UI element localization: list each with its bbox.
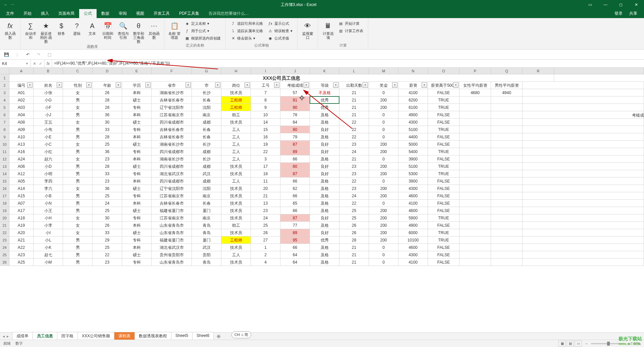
cell[interactable]: 技术员	[221, 229, 251, 236]
sheet-tab[interactable]: 田字格	[57, 332, 78, 341]
cell[interactable]: 77	[280, 222, 310, 229]
cell[interactable]: 成都	[192, 148, 221, 155]
cell[interactable]: 硕士	[122, 141, 152, 148]
cell[interactable]: A04	[9, 111, 34, 118]
cell[interactable]: 及格	[310, 155, 339, 162]
cell[interactable]: 男	[63, 236, 93, 244]
column-filter-header[interactable]: 薪资▾	[398, 82, 428, 89]
cell[interactable]: 良好	[310, 141, 339, 148]
cell[interactable]: 湖北省武汉市	[152, 170, 192, 177]
cell[interactable]: 25	[93, 244, 122, 251]
login-link[interactable]: 登录	[611, 9, 626, 18]
fx-icon[interactable]: fx	[45, 60, 52, 67]
column-filter-header[interactable]: 学历▾	[122, 82, 152, 89]
cell[interactable]: 李六	[34, 185, 63, 192]
cell[interactable]: 良好	[310, 170, 339, 177]
filter-button[interactable]: ▾	[145, 82, 151, 88]
sheet-tab[interactable]: 数据透视表教程	[135, 332, 171, 341]
cell[interactable]: 21	[339, 104, 369, 111]
cell[interactable]: 26	[339, 222, 369, 229]
cell[interactable]: 硕士	[122, 251, 152, 258]
cell[interactable]: 小B	[34, 192, 63, 199]
cell[interactable]: 64	[280, 119, 310, 126]
row-header[interactable]: 20	[0, 214, 9, 221]
cell[interactable]: 21	[339, 155, 369, 162]
column-filter-header[interactable]: 市▾	[192, 82, 221, 89]
cell[interactable]: 小K	[34, 244, 63, 251]
cell[interactable]: 成都	[192, 178, 221, 185]
cell[interactable]: 吉林省长春市	[152, 200, 192, 207]
column-filter-header[interactable]: 岗位▾	[221, 82, 251, 89]
cell[interactable]: FALSE	[428, 244, 460, 251]
cell[interactable]: 江苏省南京市	[152, 214, 192, 221]
cell[interactable]: 厦门	[192, 207, 221, 214]
cell[interactable]: 专科	[122, 192, 152, 199]
cell[interactable]: A03	[9, 104, 34, 111]
cell[interactable]: 6000	[398, 229, 428, 236]
cell[interactable]: 4900	[398, 222, 428, 229]
cell[interactable]: 男	[63, 111, 93, 118]
cell[interactable]: 助工	[221, 111, 251, 118]
cell[interactable]: TRUE	[428, 214, 460, 221]
cell[interactable]: A13	[9, 141, 34, 148]
cell[interactable]: 不及格	[310, 89, 339, 96]
cell[interactable]: 4680	[460, 89, 491, 96]
financial-button[interactable]: $财务	[54, 19, 69, 36]
cell[interactable]: 小韦	[34, 126, 63, 133]
cell[interactable]: 小F	[34, 104, 63, 111]
cell[interactable]: 33	[93, 170, 122, 177]
cell[interactable]: 0	[369, 244, 398, 251]
cell[interactable]: 及格	[310, 207, 339, 214]
cell[interactable]: 良好	[310, 148, 339, 155]
text-button[interactable]: A文本	[85, 19, 100, 36]
cell[interactable]: 青岛	[192, 229, 221, 236]
column-header[interactable]: J	[280, 68, 310, 74]
cell[interactable]: A23	[9, 251, 34, 258]
cell[interactable]: 36	[93, 185, 122, 192]
column-filter-header[interactable]: 考核成绩▾	[280, 82, 310, 89]
cell[interactable]: 及格	[310, 111, 339, 118]
cell[interactable]: 男	[63, 148, 93, 155]
ribbon-tab[interactable]: 公式	[79, 9, 97, 18]
cell[interactable]: 专科	[122, 170, 152, 177]
cell[interactable]: 27	[251, 236, 280, 244]
cell[interactable]: 男	[63, 207, 93, 214]
column-filter-header[interactable]: 薪资高于5000▾	[428, 82, 460, 89]
filter-button[interactable]: ▾	[57, 82, 62, 88]
cell[interactable]: 14	[251, 119, 280, 126]
column-filter-header[interactable]: 奖金▾	[369, 82, 398, 89]
cell[interactable]: 200	[369, 192, 398, 199]
cell[interactable]: A22	[9, 244, 34, 251]
recent-button[interactable]: ★最近使用的 函数	[39, 19, 53, 44]
cell[interactable]: 工人	[221, 126, 251, 133]
cell[interactable]: 成都	[192, 119, 221, 126]
cell[interactable]: 湖南省长沙市	[152, 155, 192, 162]
cell[interactable]: FALSE	[428, 192, 460, 199]
cell[interactable]: 23	[339, 141, 369, 148]
cell[interactable]: FALSE	[428, 133, 460, 140]
sheet-nav-first-icon[interactable]: ◂	[3, 334, 5, 339]
cell[interactable]: 男	[63, 200, 93, 207]
cell[interactable]: 200	[369, 148, 398, 155]
ribbon-tab[interactable]: 数据	[97, 9, 114, 18]
cell[interactable]: 女	[63, 104, 93, 111]
name-box[interactable]: K4 ▼	[0, 60, 31, 67]
cell[interactable]: 及格	[310, 200, 339, 207]
column-header[interactable]: M	[369, 68, 398, 74]
cell[interactable]: FALSE	[428, 89, 460, 96]
filter-button[interactable]: ▾	[333, 82, 338, 88]
cell[interactable]: 及格	[310, 222, 339, 229]
cell[interactable]: 22	[339, 200, 369, 207]
cell[interactable]: 长春	[192, 133, 221, 140]
cell[interactable]: 贵州省贵阳市	[152, 251, 192, 258]
cell[interactable]: 本科	[122, 133, 152, 140]
cell[interactable]: 200	[369, 104, 398, 111]
cell[interactable]: 4300	[398, 119, 428, 126]
cell[interactable]: 技术员	[221, 244, 251, 251]
cell[interactable]: A12	[9, 170, 34, 177]
cell[interactable]: 小王	[34, 207, 63, 214]
cell[interactable]: 本科	[122, 178, 152, 185]
select-all-corner[interactable]	[0, 68, 9, 74]
filter-button[interactable]: ▾	[422, 82, 427, 88]
cell[interactable]: 24	[251, 214, 280, 221]
